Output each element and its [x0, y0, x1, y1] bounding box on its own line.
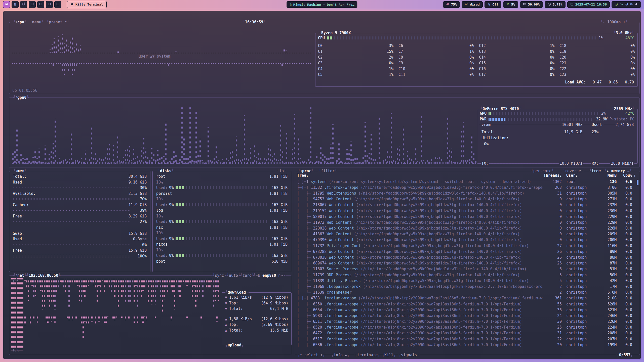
- select-keys[interactable]: ↑ select ↓: [297, 352, 325, 357]
- update-interval-control[interactable]: - 1000ms +: [600, 20, 628, 25]
- menu-button[interactable]: menu: [29, 20, 44, 25]
- process-row[interactable]: │ ├─ 218067 Web Content (/nix/store/fqad…: [297, 202, 632, 208]
- workspace-6[interactable]: [46, 1, 53, 8]
- kill-key[interactable]: Kill: [382, 352, 396, 357]
- disk-row: nix1,81 TiB: [156, 225, 288, 231]
- graph-column: [65, 158, 66, 164]
- process-row[interactable]: │ ├─ 11732 Privileged Cont (/nix/store/f…: [297, 243, 632, 249]
- core-usage-row: C03%: [318, 43, 393, 49]
- graph-column: [222, 159, 223, 164]
- clock-widget[interactable]: 2025-07-22 16:36: [567, 1, 610, 8]
- process-row[interactable]: │ ├─ 673288 Web Content (/nix/store/fqad…: [297, 249, 632, 254]
- process-row[interactable]: ├─[-] 11532 .firefox-wrappe (/nix/store/…: [297, 185, 632, 190]
- graph-column: [294, 114, 295, 164]
- process-row[interactable]: │ ├─ 41363 Web Content (/nix/store/fqadd…: [297, 231, 632, 237]
- disk-widget[interactable]: 8.79%: [545, 1, 566, 8]
- bluetooth-widget[interactable]: Off: [485, 1, 501, 8]
- process-row[interactable]: │ ├─ 6536 .ferdium-wrappe (/nix/store/a1…: [297, 342, 632, 348]
- vram-total-label: Total:: [481, 130, 496, 134]
- graph-column: [443, 162, 444, 164]
- process-row[interactable]: │ ├─ 94753 Web Content (/nix/store/fqadd…: [297, 196, 632, 202]
- graph-column: [360, 162, 362, 164]
- process-row[interactable]: │ ├─ 11739 RDD Process (/nix/store/fqadd…: [297, 272, 632, 278]
- graph-column: [79, 279, 80, 301]
- graph-column: [119, 279, 121, 284]
- graph-column: [159, 157, 160, 164]
- cpu-box-title: 1cpu: [13, 20, 27, 25]
- graph-column: [371, 134, 372, 164]
- process-row[interactable]: │ ├─ 11972 Web Content (/nix/store/fqadd…: [297, 219, 632, 225]
- auto-toggle[interactable]: auto: [226, 273, 241, 278]
- process-row[interactable]: │ ├─ 6654 .ferdium-wrappe (/nix/store/a1…: [297, 307, 632, 313]
- process-row[interactable]: │ ├─ 220028 Web Content (/nix/store/fqad…: [297, 225, 632, 231]
- zero-toggle[interactable]: zero: [240, 273, 254, 278]
- process-row[interactable]: │ ├─ 6511 .ferdium-wrappe (/nix/store/a1…: [297, 319, 632, 325]
- sort-direction-icon[interactable]: ↑: [633, 173, 636, 178]
- graph-column: [455, 162, 456, 164]
- graph-column: [68, 47, 69, 53]
- graph-column: [38, 149, 40, 164]
- process-row[interactable]: │ ├─ 11795 WebExtensions (/nix/store/fqa…: [297, 190, 632, 196]
- sync-toggle[interactable]: sync: [212, 273, 227, 278]
- process-table-header[interactable]: Tree: Threads: User: MemB Cpu%: [297, 173, 632, 178]
- graph-column: [322, 153, 324, 164]
- signals-key[interactable]: signals: [398, 352, 420, 357]
- workspace-nix[interactable]: N: [12, 1, 19, 8]
- process-row[interactable]: │ ├─ 6520 .ferdium-wrappe (/nix/store/a1…: [297, 325, 632, 330]
- graph-column: [72, 279, 73, 283]
- info-key[interactable]: info ↵: [331, 352, 350, 357]
- process-row[interactable]: ├─[-] 4783 .ferdium-wrappe (/nix/store/a…: [297, 295, 632, 301]
- core-usage-row: C170%: [479, 72, 554, 77]
- music-widget[interactable]: ♫ Minuit Machine – Don't Run Fro…: [287, 1, 357, 8]
- gpu-rx-label: RX:: [591, 161, 599, 166]
- download-top-row: ▼Top:(64,9 Mibps): [223, 300, 290, 306]
- graph-column: [230, 151, 231, 164]
- process-row[interactable]: │ ├─ 11839 Utility Process (/nix/store/f…: [297, 278, 632, 284]
- square-icon: [39, 2, 43, 7]
- process-row[interactable]: │ └─ 11539 crashhelper 2christoph5.0M0.0: [297, 290, 632, 295]
- graph-column: [97, 160, 98, 164]
- process-row[interactable]: │ ├─ 219152 Web Content (/nix/store/fqad…: [297, 208, 632, 214]
- process-row[interactable]: │ ├─ 479390 Web Content (/nix/store/fqad…: [297, 237, 632, 243]
- graph-column: [208, 127, 209, 164]
- network-widget[interactable]: Wired: [462, 1, 482, 8]
- scrollbar-thumb[interactable]: [637, 180, 638, 185]
- process-row[interactable]: │ ├─ 673038 Web Content (/nix/store/fqad…: [297, 254, 632, 260]
- core-usage-row: C160%: [479, 66, 554, 72]
- interface-selector[interactable]: ←b enp8s0 n→: [253, 273, 286, 278]
- graph-column: [314, 161, 315, 164]
- graph-column: [344, 162, 346, 164]
- process-row[interactable]: │ ├─ 6472 .ferdium-wrappe (/nix/store/a1…: [297, 330, 632, 336]
- process-row[interactable]: │ ├─ 6517 .ferdium-wrappe (/nix/store/a1…: [297, 336, 632, 342]
- process-row[interactable]: │ ├─ 580017 Web Content (/nix/store/fqad…: [297, 214, 632, 219]
- graph-column: [75, 279, 77, 284]
- vram-label: vram: [481, 122, 491, 127]
- workspace-7[interactable]: [54, 1, 61, 8]
- tray-widget[interactable]: [612, 1, 641, 8]
- process-row[interactable]: │ ├─ 689674 Web Content (/nix/store/fqad…: [297, 260, 632, 266]
- workspace-refresh[interactable]: [20, 1, 27, 8]
- graph-column: [54, 38, 55, 53]
- memory-widget[interactable]: 30.06%: [520, 1, 543, 8]
- spacer: [13, 225, 147, 231]
- preset-button[interactable]: preset *: [46, 20, 70, 25]
- terminate-key[interactable]: terminate: [354, 352, 380, 357]
- graph-column: [354, 158, 356, 164]
- process-row[interactable]: [-]─1 systemd (/run/current-system/syste…: [297, 179, 632, 185]
- process-row[interactable]: │ ├─ 11607 Socket Process (/nix/store/fq…: [297, 266, 632, 272]
- graph-column: [151, 279, 152, 305]
- graph-column: [131, 160, 132, 164]
- volume-widget[interactable]: 75%: [443, 1, 460, 8]
- io-mode-toggle[interactable]: io: [276, 168, 287, 173]
- workspace-5[interactable]: [37, 1, 44, 8]
- kitty-terminal-tab[interactable]: Kitty Terminal: [67, 1, 107, 8]
- process-row[interactable]: │ ├─ 5983 .ferdium-wrappe (/nix/store/a1…: [297, 313, 632, 319]
- process-row[interactable]: │ ├─ 11968 .keepassxc-prox (/nix/store/b…: [297, 284, 632, 289]
- graph-column: [61, 160, 62, 164]
- workspace-4[interactable]: [29, 1, 36, 8]
- graph-column: [330, 145, 332, 164]
- cpu-widget[interactable]: 5%: [503, 1, 518, 8]
- process-row[interactable]: │ ├─ 6350 .ferdium-wrappe (/nix/store/a1…: [297, 301, 632, 307]
- workspace-terminal[interactable]: [3, 1, 10, 8]
- graph-column: [213, 279, 214, 308]
